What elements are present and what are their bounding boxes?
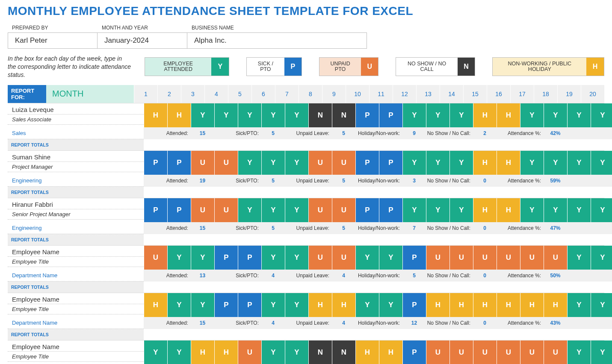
attendance-cell[interactable]: Y xyxy=(191,103,214,127)
employee-dept[interactable]: Engineering xyxy=(8,175,144,187)
attendance-cell[interactable]: U xyxy=(238,341,261,364)
attendance-cell[interactable]: Y xyxy=(261,341,285,364)
attendance-cell[interactable]: Y xyxy=(520,151,544,175)
attendance-cell[interactable]: Y xyxy=(544,151,567,175)
attendance-cell[interactable]: H xyxy=(144,293,167,317)
attendance-cell[interactable]: P xyxy=(167,151,191,175)
attendance-cell[interactable]: Y xyxy=(567,103,591,127)
attendance-cell[interactable]: Y xyxy=(238,198,261,222)
attendance-cell[interactable]: U xyxy=(332,151,355,175)
attendance-cell[interactable]: Y xyxy=(591,341,612,364)
prepared-by-value[interactable]: Karl Peter xyxy=(8,32,98,49)
attendance-cell[interactable]: N xyxy=(308,341,332,364)
attendance-cell[interactable]: Y xyxy=(167,246,191,270)
attendance-cell[interactable]: Y xyxy=(567,151,591,175)
attendance-cell[interactable]: Y xyxy=(520,198,544,222)
attendance-cell[interactable]: P xyxy=(238,293,261,317)
attendance-cell[interactable]: Y xyxy=(449,103,473,127)
employee-name[interactable]: Luiza Leveque xyxy=(8,103,144,114)
attendance-cell[interactable]: H xyxy=(473,198,497,222)
attendance-cell[interactable]: H xyxy=(520,293,544,317)
employee-title[interactable]: Sales Associate xyxy=(8,114,144,125)
attendance-cell[interactable]: Y xyxy=(285,103,308,127)
attendance-cell[interactable]: U xyxy=(449,246,473,270)
attendance-cell[interactable]: P xyxy=(144,151,167,175)
employee-title[interactable]: Employee Title xyxy=(8,304,144,314)
attendance-cell[interactable]: U xyxy=(214,198,238,222)
attendance-cell[interactable]: U xyxy=(332,246,355,270)
attendance-cell[interactable]: Y xyxy=(591,293,612,317)
attendance-cell[interactable]: P xyxy=(214,293,238,317)
attendance-cell[interactable]: Y xyxy=(449,198,473,222)
attendance-cell[interactable]: Y xyxy=(261,151,285,175)
employee-name[interactable]: Hiranur Fabbri xyxy=(8,198,144,209)
attendance-cell[interactable]: Y xyxy=(144,341,167,364)
business-value[interactable]: Alpha Inc. xyxy=(187,32,367,49)
attendance-cell[interactable]: Y xyxy=(261,246,285,270)
attendance-cell[interactable]: Y xyxy=(285,246,308,270)
attendance-cell[interactable]: H xyxy=(449,293,473,317)
attendance-cell[interactable]: P xyxy=(379,103,402,127)
attendance-cell[interactable]: U xyxy=(214,151,238,175)
attendance-cell[interactable]: U xyxy=(426,341,449,364)
attendance-cell[interactable]: Y xyxy=(355,293,379,317)
attendance-cell[interactable]: Y xyxy=(261,198,285,222)
attendance-cell[interactable]: P xyxy=(355,103,379,127)
attendance-cell[interactable]: Y xyxy=(261,293,285,317)
attendance-cell[interactable]: H xyxy=(355,341,379,364)
attendance-cell[interactable]: H xyxy=(497,103,520,127)
attendance-cell[interactable]: Y xyxy=(591,103,612,127)
attendance-cell[interactable]: Y xyxy=(567,341,591,364)
attendance-cell[interactable]: H xyxy=(144,103,167,127)
attendance-cell[interactable]: H xyxy=(497,293,520,317)
attendance-cell[interactable]: Y xyxy=(167,293,191,317)
attendance-cell[interactable]: P xyxy=(402,341,426,364)
attendance-cell[interactable]: H xyxy=(426,293,449,317)
attendance-cell[interactable]: H xyxy=(544,293,567,317)
employee-title[interactable]: Senior Project Manager xyxy=(8,209,144,220)
attendance-cell[interactable]: P xyxy=(355,198,379,222)
attendance-cell[interactable]: P xyxy=(144,198,167,222)
attendance-cell[interactable]: H xyxy=(473,151,497,175)
attendance-cell[interactable]: Y xyxy=(591,198,612,222)
attendance-cell[interactable]: Y xyxy=(238,151,261,175)
employee-dept[interactable]: Department Name xyxy=(8,317,144,329)
attendance-cell[interactable]: Y xyxy=(261,103,285,127)
attendance-cell[interactable]: H xyxy=(473,103,497,127)
attendance-cell[interactable]: Y xyxy=(402,151,426,175)
attendance-cell[interactable]: N xyxy=(308,103,332,127)
attendance-cell[interactable]: Y xyxy=(285,198,308,222)
attendance-cell[interactable]: Y xyxy=(402,198,426,222)
attendance-cell[interactable]: Y xyxy=(449,151,473,175)
attendance-cell[interactable]: H xyxy=(497,198,520,222)
month-year-value[interactable]: January-2024 xyxy=(98,32,187,49)
attendance-cell[interactable]: Y xyxy=(544,198,567,222)
attendance-cell[interactable]: U xyxy=(191,151,214,175)
employee-title[interactable]: Project Manager xyxy=(8,162,144,172)
attendance-cell[interactable]: Y xyxy=(567,246,591,270)
attendance-cell[interactable]: Y xyxy=(355,246,379,270)
attendance-cell[interactable]: Y xyxy=(591,246,612,270)
attendance-cell[interactable]: P xyxy=(402,293,426,317)
attendance-cell[interactable]: H xyxy=(473,293,497,317)
employee-name[interactable]: Employee Name xyxy=(8,293,144,304)
attendance-cell[interactable]: Y xyxy=(426,151,449,175)
employee-name[interactable]: Suman Shine xyxy=(8,151,144,162)
attendance-cell[interactable]: P xyxy=(214,246,238,270)
attendance-cell[interactable]: U xyxy=(473,246,497,270)
attendance-cell[interactable]: H xyxy=(308,293,332,317)
attendance-cell[interactable]: H xyxy=(379,341,402,364)
attendance-cell[interactable]: Y xyxy=(379,293,402,317)
attendance-cell[interactable]: Y xyxy=(214,103,238,127)
attendance-cell[interactable]: U xyxy=(544,246,567,270)
attendance-cell[interactable]: Y xyxy=(285,151,308,175)
attendance-cell[interactable]: U xyxy=(144,246,167,270)
attendance-cell[interactable]: U xyxy=(497,246,520,270)
attendance-cell[interactable]: U xyxy=(426,246,449,270)
attendance-cell[interactable]: H xyxy=(497,151,520,175)
attendance-cell[interactable]: Y xyxy=(402,103,426,127)
employee-title[interactable]: Employee Title xyxy=(8,352,144,362)
employee-title[interactable]: Employee Title xyxy=(8,257,144,267)
attendance-cell[interactable]: Y xyxy=(191,293,214,317)
attendance-cell[interactable]: Y xyxy=(285,341,308,364)
